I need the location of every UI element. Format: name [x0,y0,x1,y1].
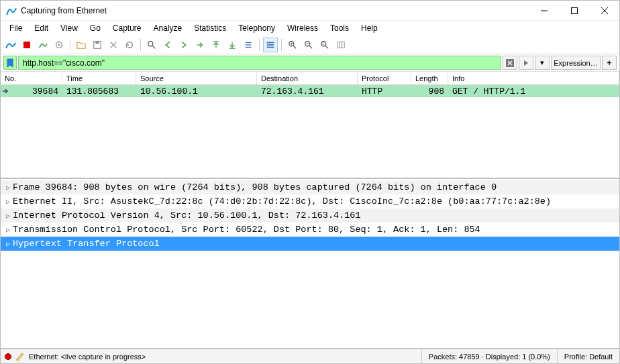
menu-go[interactable]: Go [84,22,107,34]
go-forward-button[interactable] [176,38,191,52]
chevron-right-icon: ▷ [3,212,13,220]
window-title: Capturing from Ethernet [21,6,529,15]
close-button[interactable] [589,1,619,20]
detail-ip[interactable]: ▷ Internet Protocol Version 4, Src: 10.5… [1,208,619,223]
packet-direction-icon [1,87,10,95]
detail-ethernet[interactable]: ▷ Ethernet II, Src: AsustekC_7d:22:8c (7… [1,194,619,208]
svg-rect-30 [338,42,345,48]
go-last-button[interactable] [225,38,240,52]
toolbar-separator [281,39,282,51]
chevron-right-icon: ▷ [3,184,13,192]
chevron-right-icon: ▷ [3,226,13,234]
cell-info: GET / HTTP/1.1 [448,86,619,97]
toolbar-separator [70,39,70,51]
status-packets: Packets: 47859 · Displayed: 1 (0.0%) [421,349,557,363]
toolbar-separator [259,39,260,51]
menu-edit[interactable]: Edit [28,22,54,34]
packet-list-header: No. Time Source Destination Protocol Len… [1,72,619,85]
svg-text:1: 1 [322,42,324,46]
close-file-button[interactable] [106,38,121,52]
add-filter-button[interactable]: + [602,56,617,70]
status-interface: Ethernet: <live capture in progress> [29,353,146,361]
detail-frame[interactable]: ▷ Frame 39684: 908 bytes on wire (7264 b… [1,180,619,194]
go-back-button[interactable] [160,38,175,52]
packet-row[interactable]: 39684 131.805683 10.56.100.1 72.163.4.16… [1,85,619,97]
detail-text: Ethernet II, Src: AsustekC_7d:22:8c (74:… [13,196,551,206]
detail-tcp[interactable]: ▷ Transmission Control Protocol, Src Por… [1,223,619,237]
packet-list-pane: No. Time Source Destination Protocol Len… [1,72,619,179]
menu-tools[interactable]: Tools [324,22,355,34]
titlebar: Capturing from Ethernet [1,1,619,21]
clear-filter-button[interactable] [503,56,517,70]
start-capture-button[interactable] [3,38,18,52]
chevron-right-icon: ▷ [3,240,13,248]
menu-analyze[interactable]: Analyze [148,22,189,34]
go-to-packet-button[interactable] [193,38,207,52]
go-first-button[interactable] [209,38,223,52]
chevron-right-icon: ▷ [3,198,13,206]
column-no[interactable]: No. [1,72,62,84]
status-profile[interactable]: Profile: Default [557,349,619,363]
colorize-button[interactable] [263,38,278,52]
column-time[interactable]: Time [62,72,136,84]
svg-line-28 [325,45,328,48]
stop-capture-button[interactable] [19,38,34,52]
status-left: Ethernet: <live capture in progress> [1,352,421,361]
svg-line-25 [309,45,312,48]
save-file-button[interactable] [90,38,105,52]
resize-columns-button[interactable] [333,38,348,52]
menu-view[interactable]: View [54,22,84,34]
zoom-out-button[interactable] [301,38,316,52]
open-file-button[interactable] [74,38,89,52]
menu-file[interactable]: File [3,22,28,34]
column-info[interactable]: Info [448,72,619,84]
toolbar: 1 [1,36,619,54]
packet-list-body[interactable]: 39684 131.805683 10.56.100.1 72.163.4.16… [1,85,619,178]
svg-line-11 [152,45,155,48]
recording-icon [5,353,11,360]
menu-capture[interactable]: Capture [107,22,148,34]
detail-text: Internet Protocol Version 4, Src: 10.56.… [13,210,360,221]
column-protocol[interactable]: Protocol [358,72,411,84]
filter-history-button[interactable]: ▾ [535,56,550,70]
menu-help[interactable]: Help [355,22,384,34]
wireshark-icon [6,5,17,16]
svg-rect-1 [571,7,577,13]
window-controls [529,1,619,20]
column-length[interactable]: Length [411,72,448,84]
zoom-in-button[interactable] [285,38,300,52]
column-source[interactable]: Source [136,72,257,84]
menu-statistics[interactable]: Statistics [188,22,232,34]
zoom-reset-button[interactable]: 1 [317,38,332,52]
detail-text: Transmission Control Protocol, Src Port:… [13,225,480,235]
maximize-button[interactable] [559,1,589,20]
bookmark-filter-icon[interactable] [3,56,17,70]
find-packet-button[interactable] [144,38,159,52]
detail-text: Frame 39684: 908 bytes on wire (7264 bit… [13,182,497,192]
statusbar: Ethernet: <live capture in progress> Pac… [1,349,619,363]
svg-line-21 [293,45,296,48]
minimize-button[interactable] [529,1,559,20]
menu-telephony[interactable]: Telephony [232,22,281,34]
menu-wireless[interactable]: Wireless [281,22,324,34]
stop-icon [23,42,30,48]
toolbar-separator [140,39,141,51]
detail-http[interactable]: ▷ Hypertext Transfer Protocol [1,237,619,251]
apply-filter-button[interactable] [519,56,533,70]
cell-source: 10.56.100.1 [136,86,257,97]
svg-rect-7 [95,41,99,44]
expression-button[interactable]: Expression… [551,56,601,70]
auto-scroll-button[interactable] [241,38,256,52]
packet-details-pane[interactable]: ▷ Frame 39684: 908 bytes on wire (7264 b… [1,179,619,349]
svg-point-10 [148,41,153,46]
plus-label: + [607,58,611,68]
cell-time: 131.805683 [62,86,136,97]
display-filter-input[interactable] [18,56,501,70]
expert-info-icon[interactable] [15,352,25,361]
restart-capture-button[interactable] [36,38,50,52]
svg-point-5 [58,44,60,46]
column-destination[interactable]: Destination [257,72,358,84]
expression-label: Expression… [554,59,597,67]
capture-options-button[interactable] [52,38,66,52]
reload-button[interactable] [122,38,137,52]
